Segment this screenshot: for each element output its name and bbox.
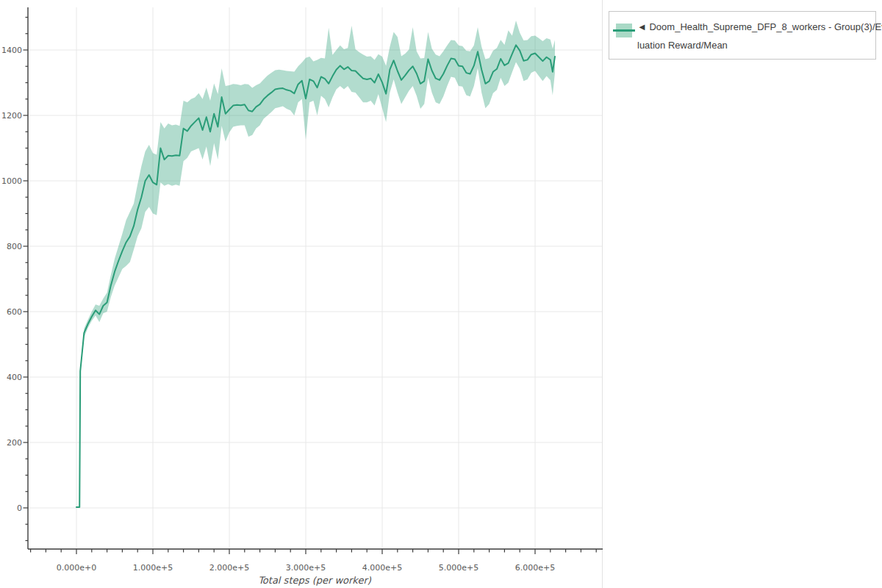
- series-mean-line: [76, 45, 555, 507]
- reward-chart: 0.000e+01.000e+52.000e+53.000e+54.000e+5…: [0, 0, 882, 588]
- legend-item[interactable]: ◄ Doom_Health_Supreme_DFP_8_workers - Gr…: [637, 18, 882, 54]
- x-tick-label: 6.000e+5: [515, 563, 555, 573]
- legend-swatch-icon[interactable]: [616, 24, 632, 37]
- x-axis-title: Total steps (per worker): [258, 575, 372, 586]
- legend-label-line2: luation Reward/Mean: [637, 36, 882, 54]
- x-tick-label: 4.000e+5: [362, 563, 402, 573]
- legend-label-line1: ◄ Doom_Health_Supreme_DFP_8_workers - Gr…: [637, 18, 882, 36]
- y-tick-label: 200: [7, 438, 22, 448]
- y-tick-label: 0: [17, 503, 22, 513]
- x-tick-label: 5.000e+5: [439, 563, 478, 573]
- x-tick-label: 2.000e+5: [209, 563, 249, 573]
- y-tick-label: 400: [7, 373, 22, 382]
- axis-tick-labels: 0.000e+01.000e+52.000e+53.000e+54.000e+5…: [1, 46, 555, 573]
- y-tick-label: 800: [7, 242, 22, 251]
- chart-page: 0.000e+01.000e+52.000e+53.000e+54.000e+5…: [0, 0, 882, 588]
- y-tick-label: 1400: [1, 46, 22, 55]
- y-tick-label: 1200: [1, 111, 22, 121]
- y-tick-label: 1000: [1, 176, 22, 186]
- y-tick-label: 600: [7, 307, 22, 317]
- x-tick-label: 3.000e+5: [286, 563, 326, 573]
- x-tick-label: 1.000e+5: [133, 563, 173, 573]
- legend-box: ◄ Doom_Health_Supreme_DFP_8_workers - Gr…: [609, 11, 876, 60]
- x-tick-label: 0.000e+0: [57, 563, 96, 573]
- legend-swatch-line-icon: [613, 29, 635, 32]
- series-confidence-band: [76, 21, 555, 507]
